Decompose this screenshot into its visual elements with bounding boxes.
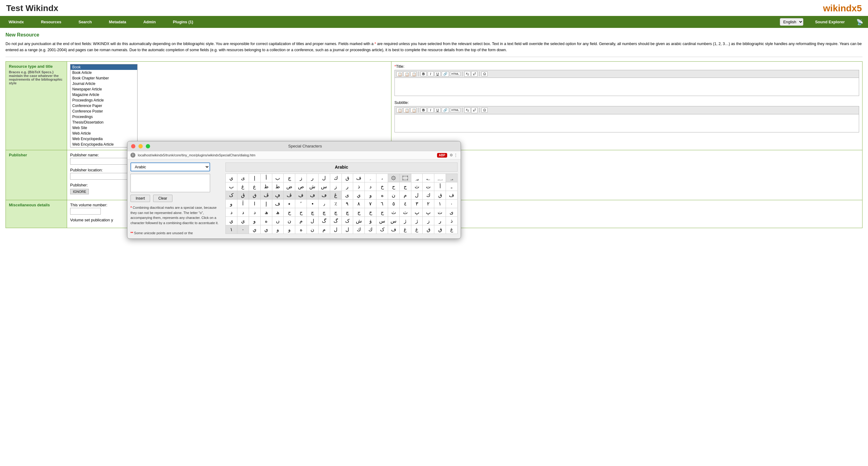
char-cell[interactable]: ـ xyxy=(446,182,458,191)
char-cell[interactable]: ٨ xyxy=(353,200,365,208)
nav-metadata[interactable]: Metadata xyxy=(100,16,135,28)
sub-toolbar-paste3[interactable]: 📋 xyxy=(410,108,416,113)
char-cell[interactable]: ؃ xyxy=(411,174,423,182)
char-cell[interactable]: ظ xyxy=(260,182,272,191)
insert-button[interactable]: Insert xyxy=(130,195,150,202)
char-cell[interactable]: ڢ xyxy=(307,191,318,200)
char-cell[interactable]: ک xyxy=(226,191,237,200)
char-input-area[interactable] xyxy=(130,174,210,192)
type-magazine-article[interactable]: Magazine Article xyxy=(70,92,137,97)
char-cell[interactable]: خ xyxy=(376,182,388,191)
char-cell[interactable]: ن xyxy=(307,225,318,233)
char-cell[interactable]: ٦ xyxy=(376,200,388,208)
language-select[interactable]: English xyxy=(780,18,803,26)
nav-plugins[interactable]: Plugins (1) xyxy=(164,16,202,28)
char-cell[interactable]: ك xyxy=(330,174,341,182)
sound-explorer-link[interactable]: Sound Explorer xyxy=(806,16,853,28)
char-cell[interactable]: خ xyxy=(365,208,376,217)
char-cell[interactable]: ٪ xyxy=(330,200,341,208)
char-cell[interactable]: ى xyxy=(237,174,249,182)
char-cell[interactable]: ڣ xyxy=(295,191,307,200)
char-cell[interactable]: ں xyxy=(272,217,284,225)
char-cell[interactable]: ؂ xyxy=(423,174,434,182)
char-cell[interactable]: غ xyxy=(237,182,249,191)
char-cell[interactable]: ز xyxy=(295,174,307,182)
char-cell[interactable]: أ xyxy=(260,174,272,182)
title-input-area[interactable] xyxy=(395,78,859,96)
char-cell[interactable]: ي xyxy=(260,225,272,233)
adblock-button[interactable]: ABP xyxy=(437,153,447,157)
char-cell[interactable]: ج xyxy=(399,182,411,191)
toolbar-link[interactable]: 🔗 xyxy=(442,71,449,77)
char-cell[interactable]: چ xyxy=(341,208,353,217)
char-cell[interactable]: ؍ xyxy=(365,174,376,182)
char-cell[interactable]: • xyxy=(307,200,318,208)
char-cell[interactable]: ٫ xyxy=(318,200,330,208)
char-cell[interactable]: ک xyxy=(341,217,353,225)
char-cell[interactable]: ل xyxy=(307,217,318,225)
char-cell[interactable]: إ xyxy=(260,200,272,208)
char-cell[interactable]: ش xyxy=(353,217,365,225)
char-cell[interactable]: ڧ xyxy=(249,191,260,200)
char-cell[interactable]: د xyxy=(249,208,260,217)
toolbar-subscript[interactable]: x2 xyxy=(464,71,470,77)
char-cell[interactable]: ي xyxy=(249,225,260,233)
char-cell[interactable]: د xyxy=(237,208,249,217)
char-cell[interactable]: ب xyxy=(272,174,284,182)
char-cell[interactable]: ق xyxy=(434,191,446,200)
char-cell[interactable]: ى xyxy=(341,191,353,200)
char-cell[interactable]: ط xyxy=(272,182,284,191)
char-cell[interactable]: س xyxy=(318,182,330,191)
char-cell[interactable]: ؀ xyxy=(446,174,458,182)
sub-toolbar-bold[interactable]: B xyxy=(421,108,427,113)
type-proceedings-article[interactable]: Proceedings Article xyxy=(70,97,137,103)
char-cell[interactable]: م xyxy=(399,191,411,200)
char-cell[interactable]: ڥ xyxy=(272,191,284,200)
char-cell[interactable]: ي xyxy=(226,174,237,182)
char-cell[interactable]: ر xyxy=(434,217,446,225)
char-cell[interactable]: ز xyxy=(423,217,434,225)
toolbar-html[interactable]: HTML xyxy=(450,72,461,76)
char-cell[interactable]: أ xyxy=(434,182,446,191)
char-cell[interactable]: چ xyxy=(307,208,318,217)
char-cell[interactable]: ٬ xyxy=(295,200,307,208)
char-cell[interactable]: ف xyxy=(446,191,458,200)
char-cell[interactable]: غ xyxy=(399,225,411,233)
dialog-maximize-button[interactable] xyxy=(146,144,150,148)
toolbar-underline[interactable]: U xyxy=(435,71,441,76)
char-cell[interactable]: ٩ xyxy=(341,200,353,208)
char-cell[interactable]: ج xyxy=(376,208,388,217)
char-cell[interactable]: ڦ xyxy=(260,191,272,200)
char-cell[interactable]: ھ xyxy=(272,208,284,217)
clear-button[interactable]: Clear xyxy=(153,195,173,202)
toolbar-bold[interactable]: B xyxy=(421,71,427,76)
char-cell[interactable]: غ xyxy=(411,225,423,233)
char-cell[interactable]: پ xyxy=(411,208,423,217)
char-cell[interactable]: و xyxy=(272,225,284,233)
char-cell[interactable]: ٭ xyxy=(284,200,295,208)
type-journal-article[interactable]: Journal Article xyxy=(70,81,137,86)
char-cell[interactable]: ح xyxy=(295,208,307,217)
char-cell[interactable]: إ xyxy=(249,174,260,182)
char-cell[interactable]: ق xyxy=(434,225,446,233)
char-cell[interactable]: ل xyxy=(330,225,341,233)
char-cell[interactable]: ۱ xyxy=(226,225,237,233)
char-cell[interactable]: ع xyxy=(249,182,260,191)
char-cell[interactable]: ؁ xyxy=(434,174,446,182)
nav-wikindx[interactable]: Wikindx xyxy=(0,16,32,28)
char-cell[interactable]: و xyxy=(226,200,237,208)
char-cell[interactable]: م xyxy=(318,225,330,233)
char-cell[interactable]: ڤ xyxy=(284,191,295,200)
type-conference-paper[interactable]: Conference Paper xyxy=(70,103,137,109)
char-cell[interactable]: ق xyxy=(423,225,434,233)
char-cell[interactable]: ك xyxy=(353,225,365,233)
char-cell[interactable]: ڡ xyxy=(318,191,330,200)
char-cell[interactable]: و xyxy=(249,217,260,225)
toolbar-superscript[interactable]: x2 xyxy=(471,71,477,77)
sub-toolbar-paste2[interactable]: 📋 xyxy=(403,108,409,113)
char-cell[interactable]: ب xyxy=(226,182,237,191)
char-cell[interactable]: آ xyxy=(237,200,249,208)
char-cell[interactable]: ۝ xyxy=(399,174,411,182)
char-cell[interactable]: غ xyxy=(446,225,458,233)
char-cell[interactable]: ن xyxy=(388,191,399,200)
